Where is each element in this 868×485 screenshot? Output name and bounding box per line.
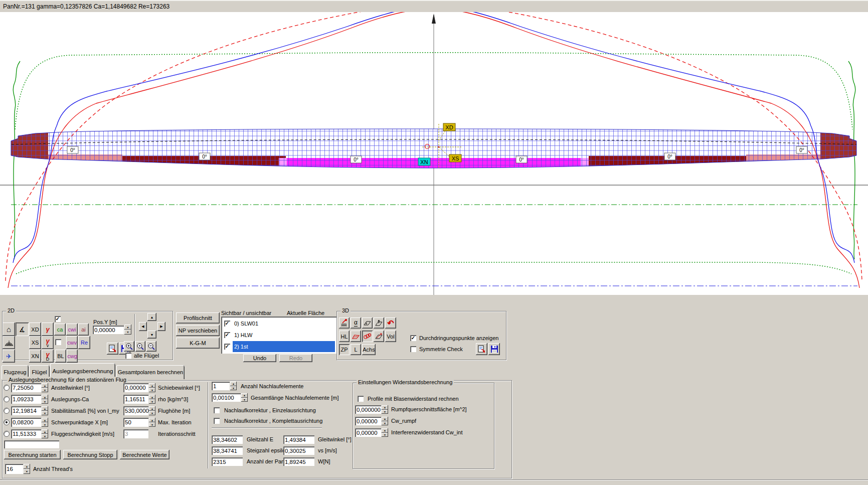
auslegungs-ca-field[interactable]: 1,09233 — [11, 395, 41, 404]
cw-rumpf-spinner[interactable]: ▲▼ — [382, 417, 388, 425]
fluggeschwindigkeit-spinner[interactable]: ▲▼ — [42, 429, 48, 438]
einzelausrichtung-checkbox[interactable] — [214, 407, 220, 413]
ca-button[interactable]: ca — [54, 324, 66, 336]
gesamtlaenge-field[interactable]: 0,00100 — [212, 393, 241, 402]
schiebewinkel-spinner[interactable]: ▲▼ — [149, 383, 155, 392]
pan-left-button[interactable]: ◀ — [139, 322, 147, 331]
bl-button[interactable]: BL — [55, 350, 66, 363]
durchdringung-checkbox[interactable]: ✓ — [410, 335, 416, 341]
aircraft-view-button[interactable]: ✈ — [3, 350, 15, 363]
cw-int-spinner[interactable]: ▲▼ — [382, 428, 388, 437]
radio-anstellwinkel[interactable] — [4, 385, 10, 391]
pan-down-button[interactable]: ▼ — [147, 331, 156, 339]
vortex-spiral-button[interactable] — [362, 331, 373, 342]
xn-button[interactable]: XN — [29, 350, 41, 363]
zoom-in-button[interactable] — [124, 341, 134, 352]
angle-view-button[interactable]: ∡ — [16, 322, 29, 336]
radio-stabilitaetsmass[interactable] — [4, 408, 10, 414]
cwg-button[interactable]: cwg — [67, 350, 78, 363]
cwv-checkbox[interactable] — [55, 339, 61, 345]
list-item[interactable]: ✓ 0) SLW01 — [222, 318, 336, 329]
threads-field[interactable]: 16 — [5, 464, 23, 474]
wing-plot-canvas[interactable]: 0° 0° 0° 0° 0° 0° XD — [0, 0, 868, 295]
list-item[interactable]: ✓ 1) HLW — [222, 330, 336, 341]
cwv-button[interactable]: cwv — [66, 336, 78, 349]
auslegungs-ca-spinner[interactable]: ▲▼ — [42, 395, 48, 404]
save-3d-button[interactable] — [488, 343, 500, 355]
surface-visible-checkbox[interactable]: ✓ — [224, 344, 230, 350]
np-verschieben-button[interactable]: NP verschieben — [176, 325, 220, 336]
nachlaufelemente-spinner[interactable]: ▲▼ — [230, 382, 237, 390]
schwerpunktlage-spinner[interactable]: ▲▼ — [42, 418, 48, 427]
stabilitaetsmass-field[interactable]: 12,19814 — [11, 406, 41, 415]
surface-listbox[interactable]: ✓ 0) SLW01 ✓ 1) HLW ✓ 2) 1st — [221, 316, 337, 354]
berechnete-werte-button[interactable]: Berechnete Werte — [120, 450, 169, 459]
alle-fluegel-checkbox[interactable] — [125, 353, 131, 359]
hl-button[interactable]: HL — [339, 331, 350, 342]
surface-visible-checkbox[interactable]: ✓ — [224, 332, 230, 338]
komplettausrichtung-checkbox[interactable] — [214, 418, 220, 424]
berechnung-stopp-button[interactable]: Berechnung Stopp — [63, 450, 117, 459]
xd-button[interactable]: XD — [29, 322, 41, 336]
panel-red-button[interactable] — [351, 331, 361, 342]
pos-y-spinner[interactable]: ▲ ▼ — [124, 325, 131, 335]
copy-3d-button[interactable] — [476, 343, 487, 355]
rumpfquerschnitt-spinner[interactable]: ▲▼ — [382, 405, 388, 414]
pos-y-field[interactable]: 0,00000 — [93, 326, 124, 334]
pan-right-button[interactable]: ▶ — [157, 322, 165, 331]
alpha-view-button[interactable]: α — [351, 317, 361, 329]
kgm-button[interactable]: K-G-M — [176, 338, 220, 349]
radio-auslegungs-ca[interactable] — [4, 396, 10, 402]
max-iteration-spinner[interactable]: ▲▼ — [149, 418, 155, 427]
stabilitaetsmass-spinner[interactable]: ▲▼ — [42, 406, 48, 415]
berechnung-starten-button[interactable]: Berechnung starten — [4, 450, 61, 459]
panel-skew-button[interactable] — [362, 317, 373, 329]
zoom-out-button[interactable] — [146, 341, 156, 352]
xs-button[interactable]: XS — [29, 336, 41, 349]
re-button[interactable]: Re — [78, 336, 90, 349]
planform-view-button[interactable]: ⌂ — [3, 322, 15, 336]
flughoehe-spinner[interactable]: ▲▼ — [149, 406, 155, 415]
gamma-button[interactable]: γ — [42, 322, 54, 336]
copy-2d-button[interactable] — [107, 343, 118, 355]
ai-button[interactable]: ai — [78, 324, 89, 336]
flughoehe-field[interactable]: 530,00000 — [123, 406, 148, 415]
pan-up-button[interactable]: ▲ — [147, 313, 156, 321]
surface-visible-checkbox[interactable]: ✓ — [224, 320, 230, 327]
panel-edit-button[interactable] — [374, 331, 384, 342]
rho-field[interactable]: 1,16511 — [123, 395, 148, 404]
gamma-d-button[interactable]: γD — [42, 350, 54, 363]
gamma-display-checkbox[interactable]: ✓ — [55, 316, 61, 322]
zp-button[interactable]: ZP — [339, 344, 350, 355]
nachlaufelemente-field[interactable]: 1 — [212, 382, 230, 390]
gesamtlaenge-spinner[interactable]: ▲▼ — [241, 393, 248, 402]
schwerpunktlage-field[interactable]: 0,08200 — [11, 418, 41, 427]
rho-spinner[interactable]: ▲▼ — [149, 395, 155, 404]
rumpfquerschnitt-field[interactable]: 0,000000 — [355, 405, 381, 414]
panel-paint-button[interactable] — [339, 317, 350, 329]
cw-int-field[interactable]: 0,00000 — [355, 428, 381, 437]
profilschnitt-button[interactable]: Profilschnitt — [176, 312, 220, 324]
anstellwinkel-field[interactable]: 7,25050 — [11, 383, 41, 392]
redo-button[interactable]: Redo — [279, 354, 312, 362]
reset-view-button[interactable]: ↶ — [385, 317, 396, 329]
zoom-window-button[interactable] — [135, 341, 145, 352]
cwi-button[interactable]: cwi — [66, 324, 78, 336]
l-button[interactable]: L — [351, 344, 361, 355]
achs-button[interactable]: Achs — [362, 344, 376, 355]
spinner-down-icon[interactable]: ▼ — [124, 330, 131, 335]
radio-schwerpunktlage[interactable] — [4, 419, 10, 425]
undo-button[interactable]: Undo — [243, 354, 276, 362]
fluggeschwindigkeit-field[interactable]: 11,51333 — [11, 429, 41, 438]
panel-normal-button[interactable] — [374, 317, 384, 329]
spinner-up-icon[interactable]: ▲ — [124, 325, 131, 330]
anstellwinkel-spinner[interactable]: ▲▼ — [42, 383, 48, 392]
mesh-view-button[interactable] — [3, 336, 15, 349]
list-item-selected[interactable]: ✓ 2) 1st — [222, 341, 336, 352]
vol-button[interactable]: Vol — [385, 331, 396, 342]
threads-spinner[interactable]: ▲▼ — [24, 464, 30, 474]
max-iteration-field[interactable]: 50 — [123, 418, 148, 427]
gamma-v-button[interactable]: γv — [42, 336, 54, 349]
schiebewinkel-field[interactable]: 0,00000 — [123, 383, 148, 392]
radio-fluggeschwindigkeit[interactable] — [4, 431, 10, 437]
